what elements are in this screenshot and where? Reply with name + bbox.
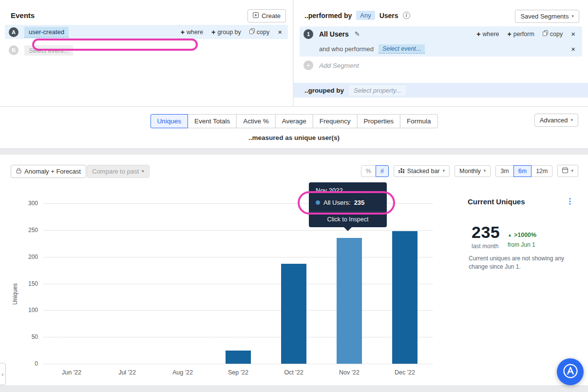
- select-event-placeholder[interactable]: Select event...: [24, 45, 73, 56]
- lock-icon: [16, 168, 21, 175]
- chevron-down-icon: ▾: [484, 169, 486, 173]
- x-tick-label: Nov '22: [330, 369, 369, 376]
- gridline: [44, 310, 433, 311]
- users-label: Users: [379, 12, 398, 20]
- change-indicator: ▲ >1000%: [508, 232, 536, 238]
- events-panel: Events Create A user-created + where + g…: [0, 0, 293, 107]
- change-percent: >1000%: [514, 232, 536, 238]
- chevron-left-icon: ‹: [1, 371, 3, 378]
- chart-panel: Anomaly + Forecast Compare to past ▾ % #…: [0, 155, 588, 385]
- click-to-inspect-button[interactable]: Click to Inspect: [309, 212, 387, 227]
- chevron-down-icon: ▾: [142, 169, 144, 174]
- y-tick-label: 250: [21, 227, 38, 234]
- segment-row[interactable]: 1 All Users ✎ + where + perform: [300, 26, 582, 41]
- value-format-toggle: % #: [361, 165, 389, 177]
- event-letter-badge: A: [9, 27, 19, 37]
- performed-by-header: ..performed by Any Users i: [304, 11, 410, 20]
- gridline: [44, 284, 433, 284]
- event-row-a[interactable]: A user-created + where + group by copy ×: [5, 25, 288, 39]
- range-12m-button[interactable]: 12m: [531, 165, 552, 177]
- tab-active[interactable]: Active %: [236, 114, 276, 128]
- tab-uniques[interactable]: Uniques: [150, 114, 188, 128]
- add-segment-icon[interactable]: +: [303, 60, 313, 70]
- stacked-bar-icon: [398, 168, 404, 175]
- x-tick-label: Dec '22: [385, 369, 424, 376]
- anomaly-forecast-button[interactable]: Anomaly + Forecast: [11, 165, 86, 178]
- date-range-toggle: 3m 6m 12m: [495, 165, 552, 177]
- x-axis-labels: Jun '22Jul '22Aug '22Sep '22Oct '22Nov '…: [44, 369, 433, 378]
- segment-number-badge: 1: [303, 29, 313, 39]
- tab-event-totals[interactable]: Event Totals: [188, 114, 237, 128]
- range-6m-button[interactable]: 6m: [513, 165, 531, 177]
- chevron-down-icon: ▾: [443, 169, 445, 173]
- remove-segment-button[interactable]: ×: [571, 30, 575, 38]
- y-tick-label: 200: [21, 254, 38, 260]
- tooltip-series-label: All Users:: [323, 199, 351, 206]
- y-tick-label: 50: [21, 333, 38, 340]
- segments-panel: ..performed by Any Users i Saved Segment…: [294, 0, 588, 107]
- any-selector[interactable]: Any: [356, 11, 375, 20]
- x-tick-label: Sep '22: [219, 369, 258, 376]
- copy-icon: [543, 30, 548, 38]
- date-picker-button[interactable]: ▾: [557, 165, 578, 177]
- tab-properties[interactable]: Properties: [357, 114, 401, 128]
- and-who-performed-label: and who performed: [319, 45, 374, 53]
- interval-select[interactable]: Monthly ▾: [455, 165, 491, 177]
- gridline: [44, 364, 433, 364]
- measured-as-label: ..measured as unique user(s): [0, 134, 588, 141]
- remove-who-performed-button[interactable]: ×: [571, 45, 575, 53]
- chevron-down-icon: ▾: [571, 14, 574, 19]
- chart-type-select[interactable]: Stacked bar ▾: [394, 165, 450, 177]
- chart-controls-row: Anomaly + Forecast Compare to past ▾ % #…: [0, 165, 588, 179]
- saved-segments-button[interactable]: Saved Segments ▾: [515, 10, 579, 23]
- x-tick-label: Jul '22: [108, 369, 147, 376]
- change-description: Current uniques are not showing any chan…: [469, 255, 582, 271]
- amplitude-assistant-button[interactable]: [557, 358, 584, 385]
- tab-frequency[interactable]: Frequency: [313, 114, 358, 128]
- advanced-button[interactable]: Advanced ▾: [534, 114, 578, 127]
- tab-formula[interactable]: Formula: [400, 114, 438, 128]
- copy-icon: [249, 28, 255, 36]
- create-button[interactable]: Create: [247, 9, 286, 22]
- segment-name[interactable]: All Users: [319, 30, 349, 38]
- copy-event-button[interactable]: copy: [249, 28, 269, 36]
- copy-segment-button[interactable]: copy: [543, 30, 563, 38]
- segment-add-where-button[interactable]: + where: [476, 31, 499, 38]
- create-chart-icon: [253, 12, 259, 20]
- y-axis-title: Uniques: [12, 283, 19, 305]
- event-chip[interactable]: user-created: [24, 27, 69, 38]
- y-tick-label: 0: [21, 360, 38, 367]
- remove-event-button[interactable]: ×: [278, 28, 282, 36]
- count-toggle-button[interactable]: #: [376, 165, 389, 177]
- bar-nov-22[interactable]: [337, 238, 362, 364]
- range-3m-button[interactable]: 3m: [495, 165, 513, 177]
- x-tick-label: Jun '22: [52, 369, 91, 376]
- x-tick-label: Oct '22: [274, 369, 313, 376]
- amplitude-logo-icon: [562, 363, 579, 381]
- current-uniques-title: Current Uniques: [468, 197, 525, 206]
- who-performed-row: and who performed Select event... ×: [300, 41, 582, 57]
- bar-sep-22[interactable]: [226, 351, 251, 364]
- segment-add-perform-button[interactable]: + perform: [508, 31, 534, 38]
- collapse-panel-button[interactable]: ‹: [0, 363, 6, 385]
- compare-to-past-button[interactable]: Compare to past ▾: [87, 165, 150, 178]
- bar-oct-22[interactable]: [281, 264, 306, 364]
- stats-menu-icon[interactable]: ⋮: [566, 196, 574, 206]
- y-tick-label: 150: [21, 280, 38, 287]
- add-group-by-button[interactable]: + group by: [211, 29, 241, 36]
- bar-dec-22[interactable]: [392, 231, 417, 364]
- add-segment-label[interactable]: Add Segment: [319, 62, 359, 69]
- edit-segment-icon[interactable]: ✎: [355, 30, 360, 38]
- percent-toggle-button[interactable]: %: [361, 165, 376, 177]
- performed-by-label: ..performed by: [304, 12, 352, 20]
- add-where-button[interactable]: + where: [181, 29, 203, 36]
- event-row-b[interactable]: B Select event...: [5, 43, 73, 57]
- current-uniques-period: last month: [472, 243, 498, 250]
- add-segment-row[interactable]: + Add Segment: [303, 60, 359, 70]
- info-icon[interactable]: i: [403, 12, 410, 19]
- tab-average[interactable]: Average: [275, 114, 313, 128]
- segment-select-event-placeholder[interactable]: Select event...: [379, 44, 425, 54]
- amplitude-chart-page: Events Create A user-created + where + g…: [0, 0, 588, 392]
- select-property-placeholder[interactable]: Select property...: [349, 85, 406, 96]
- tooltip-series-row: All Users: 235: [309, 196, 387, 211]
